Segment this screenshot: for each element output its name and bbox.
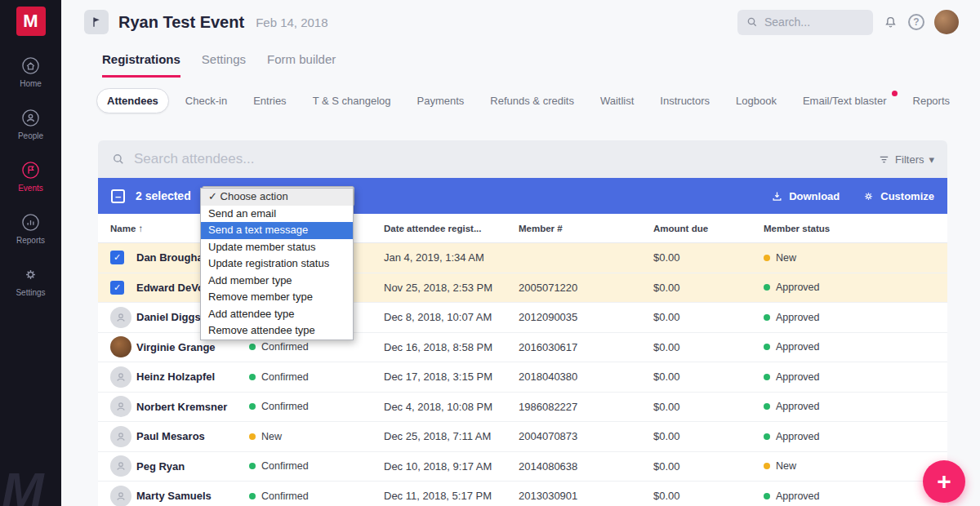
row-checkbox-checked[interactable]: ✓ bbox=[110, 281, 124, 295]
member-number: 2012090035 bbox=[519, 311, 653, 323]
subtab-ts-changelog[interactable]: T & S changelog bbox=[303, 89, 401, 113]
tab-registrations[interactable]: Registrations bbox=[102, 52, 180, 78]
member-status: Approved bbox=[776, 490, 820, 502]
subtab-instructors[interactable]: Instructors bbox=[650, 89, 719, 113]
registration-status: Confirmed bbox=[261, 341, 309, 353]
sidebar-item-home[interactable]: Home bbox=[20, 56, 42, 88]
menu-item-send-email[interactable]: Send an email bbox=[201, 206, 353, 223]
attendee-name: Peg Ryan bbox=[136, 460, 249, 473]
customize-label: Customize bbox=[880, 190, 934, 202]
status-dot bbox=[249, 403, 256, 410]
bulk-action-menu: ✓ Choose action Send an email Send a tex… bbox=[200, 188, 354, 340]
page-title: Ryan Test Event bbox=[118, 13, 244, 32]
avatar bbox=[110, 366, 131, 388]
menu-item-add-attendee-type[interactable]: Add attendee type bbox=[201, 306, 353, 323]
add-attendee-fab[interactable]: + bbox=[923, 460, 965, 503]
column-header-amount[interactable]: Amount due bbox=[653, 224, 764, 233]
avatar bbox=[110, 426, 131, 447]
customize-button[interactable]: Customize bbox=[862, 190, 934, 202]
avatar bbox=[110, 307, 131, 328]
status-dot bbox=[764, 463, 770, 469]
registration-status: Confirmed bbox=[261, 401, 309, 412]
member-number: 2013030901 bbox=[519, 490, 653, 502]
table-row[interactable]: Peg Ryan Confirmed Dec 10, 2018, 9:17 AM… bbox=[98, 452, 947, 482]
registered-date: Nov 25, 2018, 2:53 PM bbox=[384, 282, 519, 294]
sidebar-item-events[interactable]: Events bbox=[18, 161, 43, 193]
download-button[interactable]: Download bbox=[771, 190, 840, 202]
top-bar: Ryan Test Event Feb 14, 2018 ? bbox=[61, 0, 980, 44]
sidebar-item-people[interactable]: People bbox=[18, 109, 43, 140]
menu-item-add-member-type[interactable]: Add member type bbox=[201, 273, 353, 290]
subtab-check-in[interactable]: Check-in bbox=[176, 89, 237, 113]
app-logo[interactable]: M bbox=[16, 7, 46, 36]
subtab-payments[interactable]: Payments bbox=[408, 89, 474, 113]
column-header-member-status[interactable]: Member status bbox=[764, 224, 947, 233]
table-row[interactable]: Paul Mesaros New Dec 25, 2018, 7:11 AM 2… bbox=[98, 422, 947, 452]
status-dot bbox=[249, 433, 256, 440]
subtab-refunds-credits[interactable]: Refunds & credits bbox=[480, 89, 584, 113]
amount-due: $0.00 bbox=[653, 371, 764, 383]
subtab-entries[interactable]: Entries bbox=[243, 89, 296, 113]
column-header-date[interactable]: Date attendee regist... bbox=[384, 224, 519, 233]
status-dot bbox=[249, 493, 256, 499]
member-status: Approved bbox=[776, 401, 820, 412]
menu-item-remove-attendee-type[interactable]: Remove attendee type bbox=[201, 322, 353, 340]
attendee-search-bar: Filters ▾ bbox=[98, 140, 947, 178]
attendee-search-input[interactable] bbox=[134, 151, 870, 167]
amount-due: $0.00 bbox=[653, 311, 764, 323]
filter-icon bbox=[878, 153, 890, 166]
registration-status: Confirmed bbox=[261, 371, 309, 383]
subtab-attendees[interactable]: Attendees bbox=[96, 88, 169, 113]
menu-item-update-member-status[interactable]: Update member status bbox=[201, 239, 353, 256]
subtab-reports[interactable]: Reports bbox=[903, 89, 960, 113]
status-dot bbox=[764, 255, 770, 261]
sidebar-item-settings[interactable]: Settings bbox=[16, 265, 45, 297]
sidebar-item-reports[interactable]: Reports bbox=[16, 213, 45, 245]
avatar bbox=[110, 336, 131, 357]
registered-date: Dec 4, 2018, 10:08 PM bbox=[384, 401, 519, 413]
tab-settings[interactable]: Settings bbox=[202, 52, 246, 78]
row-checkbox-checked[interactable]: ✓ bbox=[110, 251, 124, 264]
search-icon bbox=[111, 152, 126, 166]
registered-date: Dec 16, 2018, 8:58 PM bbox=[384, 341, 519, 353]
table-row[interactable]: Norbert Kremsner Confirmed Dec 4, 2018, … bbox=[98, 393, 947, 423]
sidebar-item-label: Home bbox=[20, 79, 42, 88]
tab-form-builder[interactable]: Form builder bbox=[267, 52, 336, 78]
table-row[interactable]: Heinz Holzapfel Confirmed Dec 17, 2018, … bbox=[98, 362, 947, 393]
help-icon[interactable]: ? bbox=[908, 14, 924, 30]
menu-item-choose-action[interactable]: ✓ Choose action bbox=[201, 189, 353, 206]
check-icon: ✓ bbox=[114, 282, 121, 293]
menu-item-remove-member-type[interactable]: Remove member type bbox=[201, 289, 353, 306]
member-status: New bbox=[776, 252, 796, 264]
menu-item-update-registration-status[interactable]: Update registration status bbox=[201, 255, 353, 273]
select-all-checkbox[interactable]: – bbox=[111, 189, 125, 203]
registered-date: Dec 11, 2018, 5:17 PM bbox=[384, 490, 519, 502]
event-flag-icon bbox=[84, 10, 109, 34]
avatar bbox=[110, 396, 131, 417]
registration-status: New bbox=[261, 431, 282, 442]
status-dot bbox=[764, 433, 770, 440]
user-avatar[interactable] bbox=[934, 10, 959, 34]
table-row[interactable]: Marty Samuels Confirmed Dec 11, 2018, 5:… bbox=[98, 482, 947, 506]
column-header-member[interactable]: Member # bbox=[519, 224, 653, 233]
member-number: 1986082227 bbox=[519, 401, 653, 413]
amount-due: $0.00 bbox=[653, 460, 764, 473]
filters-button[interactable]: Filters ▾ bbox=[878, 153, 934, 166]
notifications-bell-icon[interactable] bbox=[883, 15, 898, 30]
global-search-input[interactable] bbox=[764, 16, 856, 29]
global-search[interactable] bbox=[737, 10, 873, 35]
amount-due: $0.00 bbox=[653, 490, 764, 502]
brand-watermark: M bbox=[2, 461, 44, 506]
download-label: Download bbox=[789, 190, 840, 202]
menu-item-send-text-message[interactable]: Send a text message bbox=[201, 222, 353, 239]
avatar bbox=[110, 455, 131, 477]
subtab-logbook[interactable]: Logbook bbox=[726, 89, 786, 113]
subtab-email-text-blaster[interactable]: Email/Text blaster bbox=[793, 89, 897, 113]
subtab-waitlist[interactable]: Waitlist bbox=[590, 89, 644, 113]
search-icon bbox=[746, 16, 759, 29]
registered-date: Dec 17, 2018, 3:15 PM bbox=[384, 371, 519, 383]
status-dot bbox=[249, 344, 256, 350]
secondary-tabs: Attendees Check-in Entries T & S changel… bbox=[96, 88, 980, 113]
check-icon: ✓ bbox=[208, 190, 217, 202]
member-status: Approved bbox=[776, 282, 820, 293]
